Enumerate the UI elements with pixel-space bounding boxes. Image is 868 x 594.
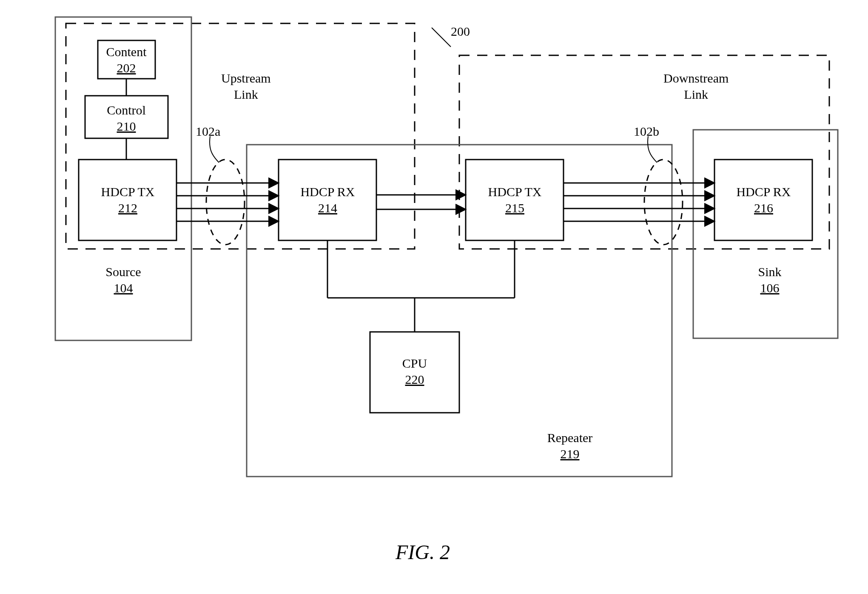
content-label: Content202	[101, 44, 152, 76]
downstream-region	[459, 55, 829, 249]
system-ref-label: 200	[451, 23, 470, 40]
source-hdcp-tx-label: HDCP TX212	[93, 184, 163, 216]
sink-title: Sink106	[748, 264, 791, 296]
figure-caption: FIG. 2	[396, 540, 450, 564]
link-ellipse-a	[206, 160, 245, 245]
upstream-link-label: Upstream Link	[221, 70, 271, 102]
repeater-title: Repeater219	[540, 430, 600, 462]
repeater-hdcp-tx-label: HDCP TX215	[480, 184, 550, 216]
link-a-label: 102a	[196, 123, 220, 140]
diagram-svg	[0, 0, 868, 594]
diagram-stage: 200 Upstream Link 102a Downstream Link 1…	[0, 0, 868, 594]
control-label: Control210	[101, 102, 152, 134]
repeater-hdcp-rx-label: HDCP RX214	[293, 184, 363, 216]
source-title: Source104	[102, 264, 145, 296]
downstream-link-label: Downstream Link	[663, 70, 729, 102]
cpu-label: CPU220	[389, 355, 440, 387]
link-b-label: 102b	[634, 123, 659, 140]
sink-hdcp-rx-label: HDCP RX216	[729, 184, 799, 216]
svg-line-0	[432, 28, 451, 47]
link-b-leader	[648, 136, 657, 163]
link-a-leader	[210, 136, 219, 163]
link-ellipse-b	[644, 160, 683, 245]
